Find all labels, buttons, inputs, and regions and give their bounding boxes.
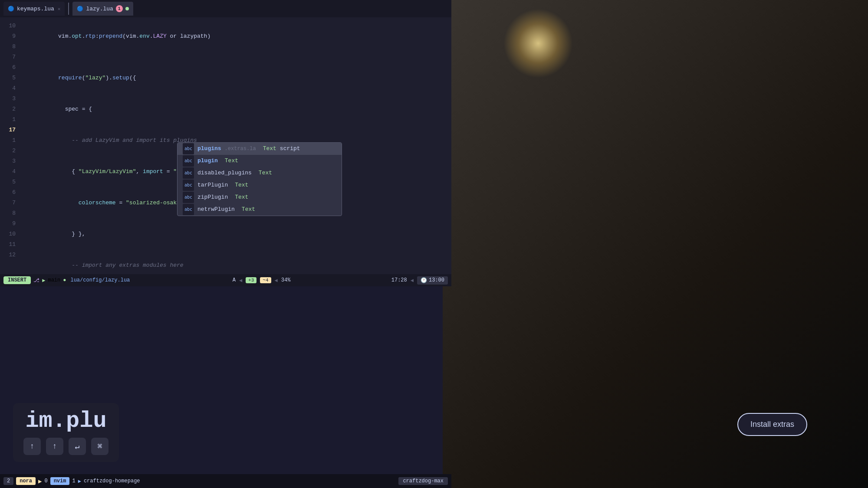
tmux-right: craftzdog-max: [398, 477, 448, 485]
editor-container: 🔵 keymaps.lua ✕ 🔵 lazy.lua 1 10 9 8 7 6 …: [0, 0, 451, 286]
line-num-18: 7: [0, 198, 16, 208]
tmux-num: 2: [3, 477, 13, 485]
ac-suffix-0: .extras.la: [225, 144, 256, 154]
status-cursor: 17:28: [391, 277, 407, 283]
tmux-nvim-item[interactable]: nvim: [50, 477, 70, 485]
status-file: lua/config/lazy.lua: [70, 277, 130, 283]
code-line-1: vim.opt.rtp:prepend(vim.env.LAZY or lazy…: [21, 21, 451, 52]
code-area: 10 9 8 7 6 5 4 3 2 1 17 1 2 3 4 5 6 7 8 …: [0, 17, 451, 274]
status-nvim-icon: ●: [63, 277, 66, 283]
status-arrow-left: ◀: [239, 277, 242, 284]
typing-text: im.plu: [25, 410, 106, 432]
nav-enter-icon[interactable]: ↵: [69, 438, 86, 455]
line-num-12: 1: [0, 135, 16, 146]
ac-type-3: Text: [235, 180, 248, 190]
line-numbers: 10 9 8 7 6 5 4 3 2 1 17 1 2 3 4 5 6 7 8 …: [0, 17, 21, 274]
ac-typesuffix-0: script: [280, 144, 300, 154]
status-mode: INSERT: [3, 276, 31, 284]
ac-icon-1: abc: [183, 155, 194, 167]
line-num-16: 5: [0, 177, 16, 187]
nav-icons: ↑ ↑ ↵ ⌘: [23, 438, 108, 455]
ac-label-0: plugins: [197, 144, 221, 154]
ac-icon-4: abc: [183, 192, 194, 203]
nav-down-icon[interactable]: ↑: [46, 438, 63, 455]
ac-item-5[interactable]: abc netrwPlugin Text: [178, 203, 342, 216]
line-num-19: 8: [0, 208, 16, 219]
ac-type-4: Text: [235, 192, 248, 203]
lamp-glow: [503, 9, 573, 78]
status-bar: INSERT ⎇ ▶ main ● lua/config/lazy.lua A …: [0, 274, 451, 286]
autocomplete-dropdown[interactable]: abc plugins .extras.la Text script abc p…: [177, 142, 342, 216]
tmux-project: craftzdog-homepage: [84, 478, 140, 484]
code-line-8: } },: [21, 219, 451, 250]
tmux-bar: 2 nora ▶ 0 nvim 1 ▶ craftzdog-homepage c…: [0, 474, 451, 488]
line-num-9: 2: [0, 104, 16, 115]
lazy-tab-label: lazy.lua: [86, 6, 113, 12]
ac-label-3: tarPlugin: [197, 180, 228, 190]
line-num-17: 6: [0, 187, 16, 198]
ac-icon-0: abc: [183, 143, 194, 154]
photo-overlay: [443, 0, 868, 488]
keymaps-tab-close[interactable]: ✕: [58, 6, 61, 12]
status-cursor-arrow: ◀: [411, 277, 414, 284]
install-extras-button[interactable]: Install extras: [737, 413, 807, 436]
line-num-13: 2: [0, 146, 16, 156]
nav-up-icon[interactable]: ↑: [23, 438, 41, 455]
ac-item-4[interactable]: abc zipPlugin Text: [178, 191, 342, 203]
line-num-2: 9: [0, 31, 16, 42]
ac-label-4: zipPlugin: [197, 192, 228, 203]
line-num-22: 11: [0, 239, 16, 250]
status-time-val: 13:00: [429, 277, 444, 283]
tab-divider: [68, 3, 69, 15]
ac-item-3[interactable]: abc tarPlugin Text: [178, 179, 342, 191]
status-time: 🕐 13:00: [417, 276, 448, 285]
ac-label-1: plugin: [197, 156, 218, 166]
status-diff-add: +3: [246, 277, 256, 283]
code-line-4: spec = {: [21, 94, 451, 125]
nav-cmd-icon[interactable]: ⌘: [91, 438, 108, 455]
tmux-caret: ▶: [78, 478, 81, 485]
tmux-arrow: ▶: [38, 478, 42, 485]
line-num-21: 10: [0, 229, 16, 239]
line-num-6: 5: [0, 73, 16, 83]
ac-icon-5: abc: [183, 204, 194, 215]
tmux-session[interactable]: nora: [16, 477, 36, 485]
ac-type-2: Text: [259, 168, 272, 178]
ac-item-2[interactable]: abc disabled_plugins Text: [178, 167, 342, 179]
tab-lazy[interactable]: 🔵 lazy.lua 1: [72, 2, 133, 16]
tmux-zero-item: 0: [44, 478, 47, 484]
ac-label-2: disabled_plugins: [197, 168, 252, 178]
ac-item-1[interactable]: abc plugin Text: [178, 155, 342, 167]
lazy-tab-error: 1: [116, 5, 123, 12]
ac-icon-2: abc: [183, 167, 194, 179]
status-branch-arrow: ▶: [42, 277, 45, 284]
status-diff-change: ~4: [260, 277, 271, 283]
ac-type-5: Text: [242, 204, 255, 215]
tmux-zero: 0: [44, 478, 47, 484]
ac-type-1: Text: [225, 156, 238, 166]
status-right: 17:28 ◀ 🕐 13:00: [391, 276, 448, 285]
line-num-20: 9: [0, 219, 16, 229]
lazy-tab-icon: 🔵: [77, 6, 83, 12]
typing-overlay: im.plu ↑ ↑ ↵ ⌘: [13, 403, 119, 462]
status-clock-icon: 🕐: [421, 277, 427, 284]
line-num-23: 12: [0, 250, 16, 260]
status-pct: 34%: [281, 277, 291, 283]
ac-label-5: netrwPlugin: [197, 204, 235, 215]
code-content: vim.opt.rtp:prepend(vim.env.LAZY or lazy…: [21, 17, 451, 274]
status-arrow-right: ◀: [275, 277, 278, 284]
line-num-15: 4: [0, 167, 16, 177]
line-num-8: 3: [0, 94, 16, 104]
line-num-active: 17: [0, 125, 16, 135]
code-line-9: -- import any extras modules here: [21, 250, 451, 274]
line-num-7: 4: [0, 83, 16, 94]
lazy-tab-dot: [125, 7, 129, 10]
ac-icon-3: abc: [183, 180, 194, 191]
tab-keymaps[interactable]: 🔵 keymaps.lua ✕: [3, 2, 65, 16]
line-num-1: 10: [0, 21, 16, 31]
status-mid: A ◀ +3 ~4 ◀ 34%: [134, 277, 388, 284]
line-num-5: 6: [0, 62, 16, 73]
keymaps-tab-icon: 🔵: [8, 6, 14, 12]
ac-item-0[interactable]: abc plugins .extras.la Text script: [178, 143, 342, 155]
status-encoding: A: [233, 277, 236, 283]
